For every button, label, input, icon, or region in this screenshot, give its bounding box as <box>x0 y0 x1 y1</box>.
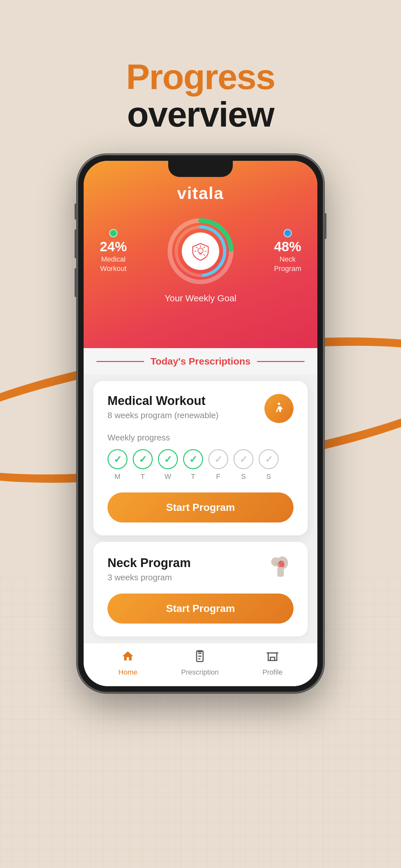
wednesday-check: ✓ <box>158 449 178 469</box>
neck-exercise-image <box>265 555 294 584</box>
power-button <box>324 213 327 239</box>
title-overview: overview <box>0 96 401 133</box>
sunday-check: ✓ <box>258 449 279 469</box>
day-tuesday: ✓ T <box>133 449 153 481</box>
medical-workout-card: Medical Workout 8 weeks program (renewab… <box>93 381 308 535</box>
phone-frame: vitala 24% Medical Workout <box>78 155 323 692</box>
progress-svg <box>165 216 236 287</box>
day-saturday: ✓ S <box>234 449 253 481</box>
weekly-goal-label: Your Weekly Goal <box>100 293 301 304</box>
days-row: ✓ M ✓ T <box>107 449 294 481</box>
phone-notch <box>168 161 233 177</box>
tuesday-check: ✓ <box>133 449 153 469</box>
walking-icon <box>265 394 294 423</box>
page-title-area: Progress overview <box>0 58 401 133</box>
home-icon <box>121 650 134 665</box>
medical-label: Medical Workout <box>100 255 127 273</box>
neck-card-title: Neck Program <box>107 556 191 570</box>
app-header: vitala 24% Medical Workout <box>84 161 317 348</box>
title-progress: Progress <box>0 58 401 96</box>
nav-profile[interactable]: Profile <box>263 650 282 677</box>
day-thursday: ✓ T <box>183 449 203 481</box>
cards-area: Medical Workout 8 weeks program (renewab… <box>84 381 317 686</box>
neck-program-stat: 48% Neck Program <box>274 229 301 273</box>
neck-percent: 48% <box>274 240 301 253</box>
day-wednesday: ✓ W <box>158 449 178 481</box>
medical-dot <box>109 229 118 237</box>
phone-mockup: vitala 24% Medical Workout <box>78 155 323 692</box>
svg-rect-10 <box>277 567 284 577</box>
neck-program-card: Neck Program 3 weeks program <box>93 542 308 637</box>
neck-label: Neck Program <box>274 255 301 273</box>
prescription-line-right <box>257 361 305 362</box>
start-neck-program-button[interactable]: Start Program <box>107 593 294 624</box>
bottom-navigation: Home Prescription <box>84 643 317 686</box>
medical-percent: 24% <box>100 240 127 253</box>
neck-card-info: Neck Program 3 weeks program <box>107 556 191 583</box>
nav-home[interactable]: Home <box>119 650 137 677</box>
mute-button <box>74 204 77 220</box>
thursday-check: ✓ <box>183 449 203 469</box>
saturday-check: ✓ <box>234 449 253 469</box>
medical-card-subtitle: 8 weeks program (renewable) <box>107 410 219 421</box>
monday-check: ✓ <box>107 449 127 469</box>
prescription-line-left <box>96 361 144 362</box>
day-friday: ✓ F <box>208 449 228 481</box>
weekly-goal-circle <box>165 216 236 287</box>
medical-card-title: Medical Workout <box>107 394 219 408</box>
medical-card-info: Medical Workout 8 weeks program (renewab… <box>107 394 219 421</box>
svg-rect-13 <box>197 650 202 653</box>
neck-card-header: Neck Program 3 weeks program <box>107 555 294 584</box>
neck-card-subtitle: 3 weeks program <box>107 572 191 583</box>
profile-icon <box>266 650 279 665</box>
stats-row: 24% Medical Workout <box>100 216 301 287</box>
svg-point-4 <box>182 232 219 270</box>
start-medical-program-button[interactable]: Start Program <box>107 492 294 523</box>
home-label: Home <box>119 668 137 677</box>
medical-card-header: Medical Workout 8 weeks program (renewab… <box>107 394 294 423</box>
nav-prescription[interactable]: Prescription <box>181 650 219 677</box>
profile-label: Profile <box>263 668 282 677</box>
day-monday: ✓ M <box>107 449 127 481</box>
volume-up-button <box>74 229 77 258</box>
friday-check: ✓ <box>208 449 228 469</box>
volume-down-button <box>74 268 77 297</box>
day-sunday: ✓ S <box>258 449 279 481</box>
app-logo: vitala <box>100 180 301 203</box>
prescriptions-bar: Today's Prescriptions <box>84 348 317 375</box>
phone-screen: vitala 24% Medical Workout <box>84 161 317 686</box>
prescription-icon <box>193 650 206 665</box>
neck-dot <box>283 229 292 237</box>
svg-point-6 <box>278 403 280 405</box>
weekly-progress-label: Weekly progress <box>107 433 294 443</box>
medical-workout-stat: 24% Medical Workout <box>100 229 127 273</box>
prescription-label: Prescription <box>181 668 219 677</box>
prescriptions-title: Today's Prescriptions <box>150 356 251 367</box>
